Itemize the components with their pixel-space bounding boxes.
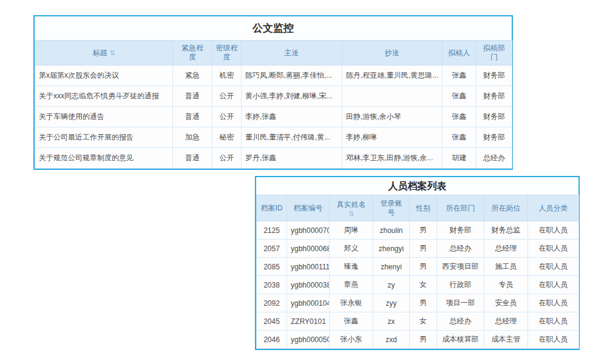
cc-cell: 陈丹,程亚雄,董川民,黄思璐...: [342, 66, 443, 86]
doc-col-header-mainto: 主送: [242, 41, 342, 66]
category-cell: 在职人员: [528, 312, 579, 331]
per-col-header-name[interactable]: 真实姓名 ⇅: [330, 195, 373, 221]
urgency-cell: 加急: [173, 127, 212, 148]
person-name-link[interactable]: 张永银: [330, 294, 373, 312]
category-cell: 在职人员: [528, 221, 579, 240]
archive-id-cell: 2046: [257, 331, 287, 349]
doc-monitor-title: 公文监控: [35, 16, 512, 40]
sort-icon[interactable]: ⇅: [331, 211, 371, 217]
per-col-header-account: 登录账号: [373, 195, 410, 221]
doc-col-header-cc: 抄送: [342, 41, 443, 66]
account-cell: zhengyi: [373, 240, 410, 258]
dept-cell: 财务部: [437, 221, 484, 240]
person-name-link[interactable]: 章燕: [330, 276, 373, 294]
secrecy-cell: 机密: [212, 66, 242, 86]
urgency-cell: 紧急: [173, 66, 212, 86]
account-cell: zyy: [373, 294, 410, 312]
doc-title-link[interactable]: 关于车辆使用的通告: [35, 107, 173, 127]
dept-cell: 财务部: [476, 86, 512, 107]
drafter-cell: 张鑫: [443, 66, 476, 86]
cc-cell: 李婷,柳琳: [342, 127, 443, 148]
table-row: 第x届第x次股东会的决议 紧急 机密 陈巧凤,断郎,蒋丽,李佳怡,... 陈丹,…: [35, 66, 512, 86]
gender-cell: 男: [410, 294, 437, 312]
per-col-header-code: 档案编号: [287, 195, 330, 221]
cc-cell: 邓林,李卫东,田静,游恢,余...: [342, 148, 443, 169]
personnel-panel: 人员档案列表 档案ID 档案编号 真实姓名 ⇅ 登录账号 性别 所在部门 所在岗…: [255, 176, 580, 350]
doc-title-link[interactable]: 关于公司最近工作开展的报告: [35, 127, 173, 148]
account-cell: zxd: [373, 331, 410, 349]
table-row: 2057 ygbh000068 郑义 zhengyi 男 总经办 总经理 在职人…: [257, 240, 579, 258]
per-col-header-category: 人员分类: [528, 195, 579, 221]
dept-cell: 财务部: [476, 127, 512, 148]
person-name-link[interactable]: 臻逸: [330, 258, 373, 276]
table-row: 关于规范公司规章制度的意见 普通 公开 罗丹,张鑫 邓林,李卫东,田静,游恢,余…: [35, 148, 512, 169]
secrecy-cell: 秘密: [212, 127, 242, 148]
archive-code-cell: ZZRY0101: [287, 312, 330, 331]
archive-id-cell: 2038: [257, 276, 287, 294]
table-row: 关于公司最近工作开展的报告 加急 秘密 董川民,董清平,付伟璐,黄... 李婷,…: [35, 127, 512, 148]
doc-col-header-urgency: 紧急程度: [173, 41, 212, 66]
dept-cell: 财务部: [476, 66, 512, 86]
person-name-link[interactable]: 郑义: [330, 240, 373, 258]
per-col-header-id: 档案ID: [257, 195, 287, 221]
table-row: 2125 ygbh000070 周琳 zhoulin 男 财务部 财务总监 在职…: [257, 221, 579, 240]
urgency-cell: 普通: [173, 107, 212, 127]
post-cell: 总经理: [484, 312, 528, 331]
urgency-cell: 普通: [173, 86, 212, 107]
drafter-cell: 胡建: [443, 148, 476, 169]
sort-icon[interactable]: ⇅: [109, 49, 115, 56]
archive-code-cell: ygbh000104: [287, 294, 330, 312]
per-col-header-gender: 性别: [410, 195, 437, 221]
dept-cell: 财务部: [476, 107, 512, 127]
dept-cell: 总经办: [476, 148, 512, 169]
gender-cell: 男: [410, 221, 437, 240]
person-name-link[interactable]: 张鑫: [330, 312, 373, 331]
personnel-title: 人员档案列表: [256, 177, 578, 195]
archive-id-cell: 2125: [257, 221, 287, 240]
category-cell: 在职人员: [528, 331, 579, 349]
archive-id-cell: 2085: [257, 258, 287, 276]
per-col-header-dept: 所在部门: [437, 195, 484, 221]
gender-cell: 男: [410, 331, 437, 349]
category-cell: 在职人员: [528, 258, 579, 276]
personnel-header-row: 档案ID 档案编号 真实姓名 ⇅ 登录账号 性别 所在部门 所在岗位 人员分类: [257, 195, 579, 221]
mainto-cell: 黄小强,李婷,刘健,柳琳,宋...: [242, 86, 342, 107]
table-row: 2045 ZZRY0101 张鑫 zx 女 总经办 总经理 在职人员: [257, 312, 579, 331]
doc-title-link[interactable]: 关于规范公司规章制度的意见: [35, 148, 173, 169]
gender-cell: 男: [410, 240, 437, 258]
archive-id-cell: 2045: [257, 312, 287, 331]
archive-code-cell: ygbh000050: [287, 331, 330, 349]
category-cell: 在职人员: [528, 276, 579, 294]
account-cell: zx: [373, 312, 410, 331]
mainto-cell: 罗丹,张鑫: [242, 148, 342, 169]
gender-cell: 女: [410, 312, 437, 331]
doc-title-link[interactable]: 第x届第x次股东会的决议: [35, 66, 173, 86]
dept-cell: 总经办: [437, 312, 484, 331]
secrecy-cell: 公开: [212, 86, 242, 107]
archive-code-cell: ygbh000070: [287, 221, 330, 240]
drafter-cell: 张鑫: [443, 127, 476, 148]
archive-id-cell: 2092: [257, 294, 287, 312]
secrecy-cell: 公开: [212, 148, 242, 169]
per-col-header-post: 所在岗位: [484, 195, 528, 221]
doc-col-header-title-label: 标题: [92, 49, 107, 57]
doc-header-row: 标题⇅ 紧急程度 密级程度 主送 抄送 拟稿人 拟稿部门: [35, 41, 512, 66]
doc-title-link[interactable]: 关于xxx同志临危不惧勇斗歹徒的通报: [35, 86, 173, 107]
post-cell: 安全员: [484, 294, 528, 312]
dept-cell: 成本核算部: [437, 331, 484, 349]
person-name-link[interactable]: 张小东: [330, 331, 373, 349]
page: 公文监控 标题⇅ 紧急程度 密级程度 主送 抄送 拟稿人 拟稿部门: [0, 0, 607, 364]
post-cell: 成本主管: [484, 331, 528, 349]
mainto-cell: 陈巧凤,断郎,蒋丽,李佳怡,...: [242, 66, 342, 86]
dept-cell: 行政部: [437, 276, 484, 294]
post-cell: 财务总监: [484, 221, 528, 240]
doc-monitor-panel: 公文监控 标题⇅ 紧急程度 密级程度 主送 抄送 拟稿人 拟稿部门: [33, 15, 513, 170]
person-name-link[interactable]: 周琳: [330, 221, 373, 240]
archive-id-cell: 2057: [257, 240, 287, 258]
account-cell: zhenyi: [373, 258, 410, 276]
doc-col-header-dept: 拟稿部门: [476, 41, 512, 66]
cc-cell: 田静,游恢,余小琴: [342, 107, 443, 127]
dept-cell: 总经办: [437, 240, 484, 258]
doc-col-header-title[interactable]: 标题⇅: [35, 41, 173, 66]
category-cell: 在职人员: [528, 294, 579, 312]
